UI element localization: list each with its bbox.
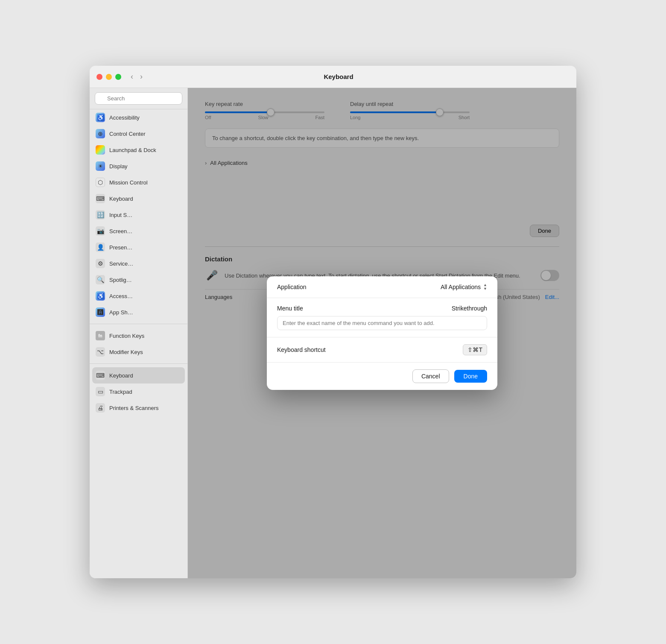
modal-dialog: Application All Applications ▲ ▼ Menu — [267, 276, 497, 390]
done-button[interactable]: Done — [454, 370, 487, 383]
sidebar-item-label: App Sh… — [109, 309, 133, 316]
search-wrapper: 🔍 — [95, 92, 182, 105]
search-input[interactable] — [95, 92, 182, 105]
sidebar-item-input[interactable]: 🔡 Input S… — [90, 207, 187, 223]
menu-title-section: Menu title Strikethrough — [267, 298, 497, 337]
sidebar-item-prefs[interactable]: 👤 Presen… — [90, 239, 187, 255]
keyboard-shortcut-row: Keyboard shortcut ⇧⌘T — [267, 337, 497, 363]
sidebar-item-label: Input S… — [109, 212, 132, 218]
sidebar-item-appstore[interactable]: 🅰 App Sh… — [90, 304, 187, 320]
menu-title-label: Menu title — [277, 305, 303, 312]
appstore-icon: 🅰 — [96, 307, 105, 317]
screenshot-icon: 📷 — [96, 226, 105, 236]
sidebar-item-kbd-active[interactable]: ⌨ Keyboard — [92, 367, 185, 383]
sidebar-item-mission[interactable]: ⬡ Mission Control — [90, 174, 187, 190]
sidebar-item-label: Screen… — [109, 228, 132, 234]
sidebar-item-label: Presen… — [109, 244, 132, 251]
sidebar-item-label: Function Keys — [109, 333, 144, 339]
modal-footer: Cancel Done — [267, 363, 497, 390]
shortcut-badge[interactable]: ⇧⌘T — [463, 344, 487, 355]
menu-field-header: Menu title Strikethrough — [277, 305, 487, 312]
shortcut-value: ⇧⌘T — [467, 346, 482, 353]
title-bar: ‹ › Keyboard — [90, 66, 576, 88]
sidebar-item-trackpad[interactable]: ▭ Trackpad — [90, 383, 187, 400]
sidebar-divider — [90, 324, 187, 328]
menu-title-value: Strikethrough — [452, 305, 487, 312]
application-label: Application — [277, 284, 307, 290]
shortcut-label: Keyboard shortcut — [277, 346, 326, 353]
sidebar-item-launchpad[interactable]: Launchpad & Dock — [90, 142, 187, 158]
sidebar-item-function-keys[interactable]: fn Function Keys — [90, 328, 187, 344]
sidebar-item-control-center[interactable]: ⊕ Control Center — [90, 126, 187, 142]
input-icon: 🔡 — [96, 210, 105, 220]
modal-overlay: Application All Applications ▲ ▼ Menu — [188, 88, 576, 578]
sidebar-item-keyboard[interactable]: ⌨ Keyboard — [90, 190, 187, 207]
printers-icon: 🖨 — [96, 403, 105, 413]
sidebar-item-label: Accessibility — [109, 114, 140, 121]
close-button[interactable] — [96, 74, 102, 80]
control-center-icon: ⊕ — [96, 129, 105, 138]
sidebar-item-label: Printers & Scanners — [109, 405, 159, 411]
select-arrows-icon: ▲ ▼ — [483, 283, 487, 291]
display-icon: ☀ — [96, 161, 105, 171]
sidebar: 🔍 ♿ Accessibility ⊕ Control Center Launc… — [90, 88, 188, 578]
launchpad-icon — [96, 145, 105, 155]
prefs-icon: 👤 — [96, 243, 105, 252]
access2-icon: ♿ — [96, 291, 105, 301]
accessibility-icon: ♿ — [96, 113, 105, 122]
sidebar-item-access2[interactable]: ♿ Access… — [90, 288, 187, 304]
right-content: Key repeat rate Off Slow Fast — [188, 88, 576, 578]
sidebar-item-label: Keyboard — [109, 372, 133, 379]
sidebar-item-label: Keyboard — [109, 196, 133, 202]
window-title: Keyboard — [108, 73, 570, 80]
sidebar-item-label: Launchpad & Dock — [109, 147, 156, 153]
sidebar-item-accessibility[interactable]: ♿ Accessibility — [90, 109, 187, 126]
sidebar-item-label: Modifier Keys — [109, 349, 143, 355]
sidebar-divider2 — [90, 363, 187, 367]
fn-icon: fn — [96, 331, 105, 340]
sidebar-item-label: Spotlig… — [109, 277, 132, 283]
modal-application-row: Application All Applications ▲ ▼ — [267, 276, 497, 298]
sidebar-item-screenshot[interactable]: 📷 Screen… — [90, 223, 187, 239]
kbd-active-icon: ⌨ — [96, 371, 105, 380]
modifier-icon: ⌥ — [96, 347, 105, 357]
keyboard-icon: ⌨ — [96, 194, 105, 203]
trackpad-icon: ▭ — [96, 387, 105, 396]
sidebar-item-label: Display — [109, 163, 128, 170]
spotlight-icon: 🔍 — [96, 275, 105, 284]
menu-title-input[interactable] — [277, 316, 487, 330]
sidebar-item-label: Service… — [109, 261, 133, 267]
cancel-button[interactable]: Cancel — [412, 369, 449, 383]
sidebar-item-services[interactable]: ⚙ Service… — [90, 255, 187, 272]
sidebar-item-printers[interactable]: 🖨 Printers & Scanners — [90, 400, 187, 416]
application-select[interactable]: All Applications ▲ ▼ — [441, 283, 487, 291]
sidebar-item-spotlight[interactable]: 🔍 Spotlig… — [90, 272, 187, 288]
main-content: 🔍 ♿ Accessibility ⊕ Control Center Launc… — [90, 88, 576, 578]
system-preferences-window: ‹ › Keyboard 🔍 ♿ Accessibility ⊕ Control… — [90, 66, 576, 578]
sidebar-item-display[interactable]: ☀ Display — [90, 158, 187, 174]
services-icon: ⚙ — [96, 259, 105, 268]
sidebar-item-label: Mission Control — [109, 179, 148, 186]
application-value: All Applications — [441, 284, 481, 290]
sidebar-item-label: Trackpad — [109, 389, 132, 395]
sidebar-item-label: Access… — [109, 293, 133, 299]
search-container: 🔍 — [90, 88, 187, 109]
sidebar-item-label: Control Center — [109, 131, 146, 137]
mission-control-icon: ⬡ — [96, 178, 105, 187]
sidebar-item-modifier-keys[interactable]: ⌥ Modifier Keys — [90, 344, 187, 360]
